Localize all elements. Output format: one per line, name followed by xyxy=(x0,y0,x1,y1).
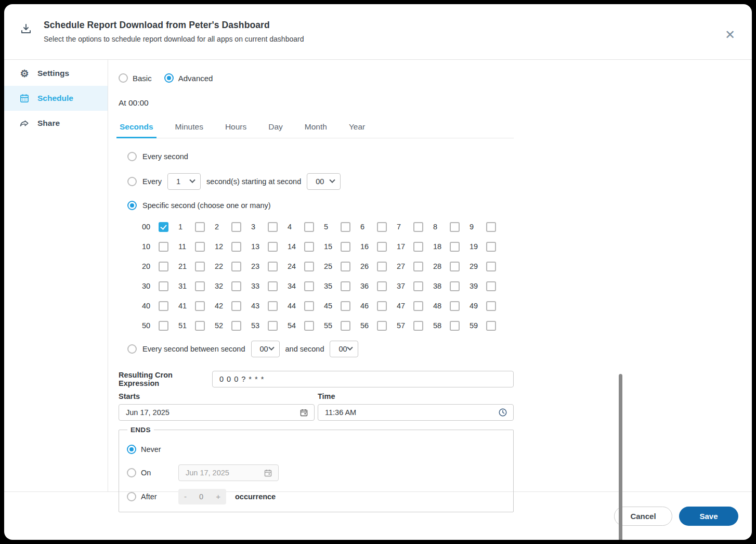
every-n-radio[interactable] xyxy=(127,177,137,186)
second-checkbox-23[interactable] xyxy=(268,262,278,271)
tab-year[interactable]: Year xyxy=(348,119,366,138)
sidebar-item-settings[interactable]: ⚙ Settings xyxy=(4,61,108,86)
second-checkbox-37[interactable] xyxy=(413,281,423,291)
second-checkbox-6[interactable] xyxy=(377,222,387,232)
close-icon[interactable]: ✕ xyxy=(723,28,737,43)
second-checkbox-20[interactable] xyxy=(159,262,168,271)
second-checkbox-12[interactable] xyxy=(231,242,241,252)
second-checkbox-38[interactable] xyxy=(450,281,460,291)
ends-never-option[interactable]: Never xyxy=(124,441,513,457)
second-checkbox-28[interactable] xyxy=(450,262,460,271)
second-checkbox-21[interactable] xyxy=(195,262,205,271)
second-checkbox-14[interactable] xyxy=(304,242,314,252)
second-checkbox-52[interactable] xyxy=(231,321,241,331)
second-checkbox-48[interactable] xyxy=(450,301,460,311)
specific-second-option[interactable]: Specific second (choose one or many) xyxy=(119,200,514,211)
tab-minutes[interactable]: Minutes xyxy=(174,119,204,138)
second-checkbox-49[interactable] xyxy=(486,301,496,311)
second-checkbox-57[interactable] xyxy=(413,321,423,331)
second-checkbox-25[interactable] xyxy=(341,262,350,271)
sidebar-item-share[interactable]: Share xyxy=(4,111,108,136)
second-checkbox-3[interactable] xyxy=(268,222,278,232)
calendar-icon[interactable] xyxy=(299,408,308,417)
stepper-plus[interactable]: + xyxy=(216,492,220,501)
second-checkbox-40[interactable] xyxy=(159,301,168,311)
cancel-button[interactable]: Cancel xyxy=(614,507,672,526)
between-to-select[interactable]: 00 xyxy=(330,341,358,357)
second-checkbox-42[interactable] xyxy=(231,301,241,311)
second-checkbox-35[interactable] xyxy=(341,281,350,291)
second-checkbox-16[interactable] xyxy=(377,242,387,252)
start-second-select[interactable]: 00 xyxy=(307,173,341,190)
second-checkbox-30[interactable] xyxy=(159,281,168,291)
second-checkbox-26[interactable] xyxy=(377,262,387,271)
every-second-radio[interactable] xyxy=(127,152,137,161)
second-checkbox-33[interactable] xyxy=(268,281,278,291)
specific-second-radio[interactable] xyxy=(127,201,137,210)
second-checkbox-13[interactable] xyxy=(268,242,278,252)
save-button[interactable]: Save xyxy=(679,507,738,526)
every-second-option[interactable]: Every second xyxy=(119,151,514,162)
second-checkbox-18[interactable] xyxy=(450,242,460,252)
second-checkbox-4[interactable] xyxy=(304,222,314,232)
second-checkbox-54[interactable] xyxy=(304,321,314,331)
tab-seconds[interactable]: Seconds xyxy=(119,119,154,138)
second-checkbox-2[interactable] xyxy=(231,222,241,232)
second-checkbox-15[interactable] xyxy=(341,242,350,252)
interval-select[interactable]: 1 xyxy=(167,173,201,190)
second-checkbox-34[interactable] xyxy=(304,281,314,291)
sidebar-item-schedule[interactable]: Schedule xyxy=(4,86,108,111)
advanced-radio[interactable] xyxy=(164,73,174,83)
second-checkbox-44[interactable] xyxy=(304,301,314,311)
never-radio[interactable] xyxy=(127,445,136,454)
second-checkbox-41[interactable] xyxy=(195,301,205,311)
time-input[interactable]: 11:36 AM xyxy=(318,404,514,421)
second-checkbox-58[interactable] xyxy=(450,321,460,331)
scrollbar-thumb[interactable] xyxy=(619,374,622,540)
second-checkbox-45[interactable] xyxy=(341,301,350,311)
between-from-select[interactable]: 00 xyxy=(251,341,280,357)
second-checkbox-24[interactable] xyxy=(304,262,314,271)
second-checkbox-8[interactable] xyxy=(450,222,460,232)
second-checkbox-51[interactable] xyxy=(195,321,205,331)
cron-expression-input[interactable]: 0 0 0 ? * * * xyxy=(212,371,514,387)
start-date-input[interactable]: Jun 17, 2025 xyxy=(119,404,315,421)
second-label: 19 xyxy=(470,242,483,251)
between-radio[interactable] xyxy=(127,344,137,354)
tab-day[interactable]: Day xyxy=(267,119,284,138)
second-checkbox-43[interactable] xyxy=(268,301,278,311)
second-checkbox-19[interactable] xyxy=(486,242,496,252)
second-checkbox-22[interactable] xyxy=(231,262,241,271)
after-radio[interactable] xyxy=(127,492,136,501)
mode-option-basic[interactable]: Basic xyxy=(119,73,152,83)
second-checkbox-39[interactable] xyxy=(486,281,496,291)
second-checkbox-46[interactable] xyxy=(377,301,387,311)
second-checkbox-50[interactable] xyxy=(159,321,168,331)
second-checkbox-1[interactable] xyxy=(195,222,205,232)
clock-icon[interactable] xyxy=(498,408,507,417)
second-checkbox-36[interactable] xyxy=(377,281,387,291)
second-checkbox-56[interactable] xyxy=(377,321,387,331)
tab-month[interactable]: Month xyxy=(304,119,328,138)
second-checkbox-47[interactable] xyxy=(413,301,423,311)
occurrence-suffix: occurrence xyxy=(235,493,276,501)
second-checkbox-59[interactable] xyxy=(486,321,496,331)
second-checkbox-29[interactable] xyxy=(486,262,496,271)
second-checkbox-7[interactable] xyxy=(413,222,423,232)
second-checkbox-32[interactable] xyxy=(231,281,241,291)
stepper-minus[interactable]: - xyxy=(184,492,187,501)
tab-hours[interactable]: Hours xyxy=(224,119,247,138)
second-checkbox-11[interactable] xyxy=(195,242,205,252)
basic-radio[interactable] xyxy=(119,73,128,83)
second-checkbox-5[interactable] xyxy=(341,222,350,232)
on-radio[interactable] xyxy=(127,468,136,477)
second-checkbox-9[interactable] xyxy=(486,222,496,232)
second-checkbox-17[interactable] xyxy=(413,242,423,252)
second-checkbox-55[interactable] xyxy=(341,321,350,331)
second-checkbox-00[interactable] xyxy=(159,222,168,232)
mode-option-advanced[interactable]: Advanced xyxy=(164,73,213,83)
second-checkbox-31[interactable] xyxy=(195,281,205,291)
second-checkbox-53[interactable] xyxy=(268,321,278,331)
second-checkbox-10[interactable] xyxy=(159,242,168,252)
second-checkbox-27[interactable] xyxy=(413,262,423,271)
